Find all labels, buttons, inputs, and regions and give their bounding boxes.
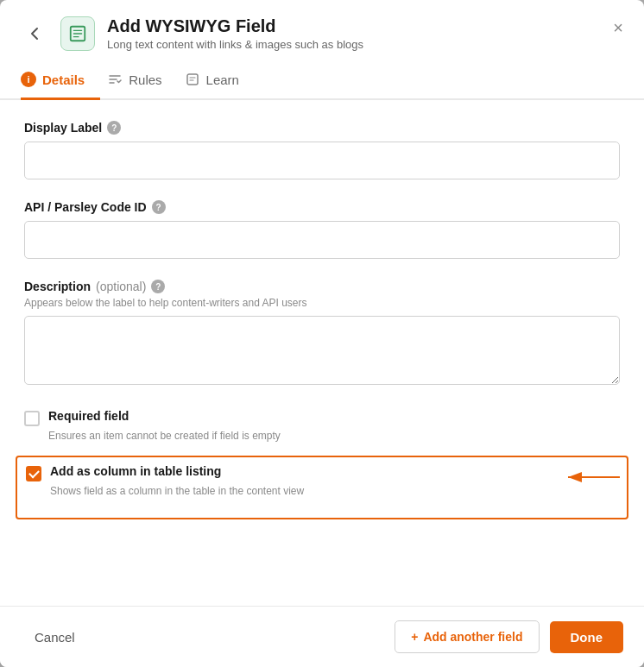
api-code-help-icon[interactable]: ? <box>152 200 166 214</box>
close-button[interactable]: × <box>609 16 627 40</box>
add-another-label: Add another field <box>423 630 522 644</box>
required-field-group: Required field Ensures an item cannot be… <box>24 409 620 442</box>
description-heading: Description (optional) ? <box>24 280 620 293</box>
description-hint: Appears below the label to help content-… <box>24 297 620 309</box>
tab-rules-label: Rules <box>129 72 161 87</box>
add-column-annotation-area: Add as column in table listing Shows fie… <box>24 456 620 519</box>
modal-subtitle: Long text content with links & images su… <box>107 38 623 51</box>
rules-icon <box>107 72 123 87</box>
add-another-prefix: + <box>411 630 418 644</box>
display-label-text: Display Label <box>24 121 102 135</box>
api-code-heading: API / Parsley Code ID ? <box>24 200 620 214</box>
footer-right: + Add another field Done <box>395 620 623 653</box>
required-field-checkbox-container[interactable] <box>24 411 40 426</box>
display-label-help-icon[interactable]: ? <box>107 121 121 135</box>
learn-icon <box>185 72 200 87</box>
tab-rules[interactable]: Rules <box>107 61 177 100</box>
api-code-input[interactable] <box>24 221 620 259</box>
tab-details-label: Details <box>42 72 85 87</box>
add-column-row: Add as column in table listing <box>26 464 618 481</box>
add-column-checkmark <box>26 466 41 481</box>
details-icon: i <box>21 72 36 87</box>
field-type-icon <box>60 16 95 51</box>
add-field-modal: Add WYSIWYG Field Long text content with… <box>0 0 644 667</box>
add-column-description: Shows field as a column in the table in … <box>50 485 618 497</box>
description-input[interactable] <box>24 316 620 385</box>
tab-learn[interactable]: Learn <box>185 61 255 100</box>
header-text: Add WYSIWYG Field Long text content with… <box>107 16 623 51</box>
tab-learn-label: Learn <box>206 72 239 87</box>
modal-title: Add WYSIWYG Field <box>107 16 623 36</box>
api-code-text: API / Parsley Code ID <box>24 200 147 214</box>
required-field-label: Required field <box>48 409 129 423</box>
description-help-icon[interactable]: ? <box>151 280 165 293</box>
tab-details[interactable]: i Details <box>21 61 100 100</box>
required-field-checkmark <box>24 411 40 426</box>
required-field-row: Required field <box>24 409 620 426</box>
description-group: Description (optional) ? Appears below t… <box>24 280 620 388</box>
add-another-field-button[interactable]: + Add another field <box>395 620 539 653</box>
tabs-bar: i Details Rules Learn <box>0 61 644 100</box>
description-optional-text: (optional) <box>96 280 146 293</box>
description-label-text: Description <box>24 280 91 293</box>
add-column-checkbox-container[interactable] <box>26 466 41 481</box>
add-column-label: Add as column in table listing <box>50 464 221 478</box>
modal-content: Display Label ? API / Parsley Code ID ? … <box>0 100 644 606</box>
cancel-button[interactable]: Cancel <box>21 621 89 653</box>
display-label-group: Display Label ? <box>24 121 620 179</box>
modal-header: Add WYSIWYG Field Long text content with… <box>0 0 644 61</box>
required-field-description: Ensures an item cannot be created if fie… <box>48 430 620 442</box>
done-button[interactable]: Done <box>550 621 624 653</box>
display-label-heading: Display Label ? <box>24 121 620 135</box>
api-code-group: API / Parsley Code ID ? <box>24 200 620 259</box>
modal-footer: Cancel + Add another field Done <box>0 606 644 667</box>
add-column-highlight-box: Add as column in table listing Shows fie… <box>16 456 628 519</box>
display-label-input[interactable] <box>24 142 620 179</box>
back-button[interactable] <box>21 23 48 44</box>
add-column-group: Add as column in table listing Shows fie… <box>26 464 618 497</box>
svg-rect-1 <box>187 74 198 85</box>
